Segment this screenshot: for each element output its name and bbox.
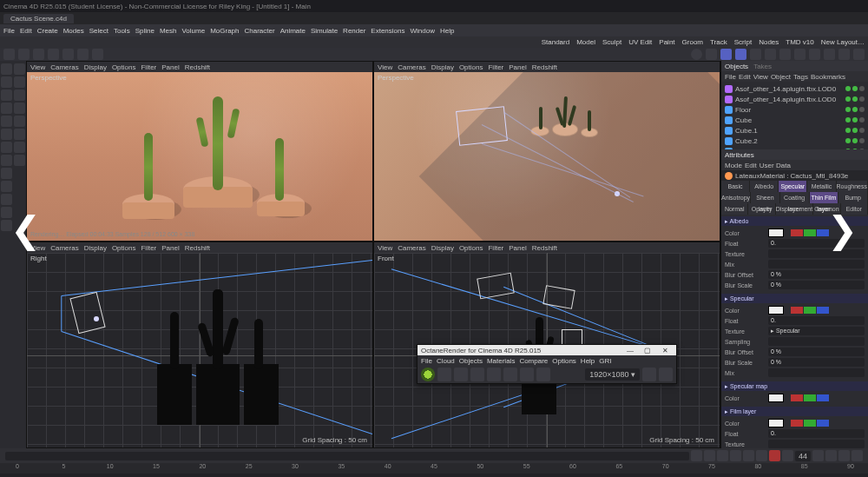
rect-select[interactable] <box>48 49 59 60</box>
obj-cmd-edit[interactable]: Edit <box>739 73 751 81</box>
attr-float[interactable]: Float0. <box>725 315 865 326</box>
vp-menu-filter[interactable]: Filter <box>488 244 503 252</box>
viewport-menu[interactable]: ViewCamerasDisplayOptionsFilterPanelReds… <box>27 62 372 72</box>
vp-menu-redshift[interactable]: Redshift <box>185 244 210 252</box>
menu-mesh[interactable]: Mesh <box>160 27 177 35</box>
octane-tool[interactable] <box>437 368 451 381</box>
octane-menu-file[interactable]: File <box>421 357 432 365</box>
attr-tab-normal[interactable]: Normal <box>721 203 748 215</box>
attr-texture[interactable]: Texture▸ Specular <box>725 326 865 336</box>
attr-mix[interactable]: Mix <box>725 368 865 378</box>
section-specular[interactable]: ▸ Specular <box>721 294 868 303</box>
menu-spline[interactable]: Spline <box>135 27 155 35</box>
vp-menu-panel[interactable]: Panel <box>509 63 526 71</box>
octane-menu-objects[interactable]: Objects <box>459 357 483 365</box>
menu-volume[interactable]: Volume <box>181 27 205 35</box>
menu-render[interactable]: Render <box>343 27 365 35</box>
rotate-tool[interactable] <box>92 49 103 60</box>
object-row[interactable]: Floor <box>721 104 868 115</box>
mode-point[interactable] <box>735 49 746 60</box>
attr-blur-scale[interactable]: Blur Scale0 % <box>725 280 865 290</box>
vp-menu-cameras[interactable]: Cameras <box>398 63 425 71</box>
palette-btn[interactable] <box>14 103 25 114</box>
octane-tool[interactable] <box>454 368 468 381</box>
viewport-menu[interactable]: ViewCamerasDisplayOptionsFilterPanelReds… <box>374 242 720 253</box>
objects-tree[interactable]: Asof_other_14.aplugin.fbx.LOD0 Asof_othe… <box>721 82 868 149</box>
key-scale[interactable] <box>825 450 837 461</box>
octane-resolution[interactable]: 1920×1080 ▾ <box>585 368 640 381</box>
vp-menu-display[interactable]: Display <box>84 63 107 71</box>
palette-btn[interactable] <box>1 194 12 205</box>
live-select[interactable] <box>33 49 44 60</box>
palette-btn[interactable] <box>1 103 12 114</box>
menu-tools[interactable]: Tools <box>114 27 130 35</box>
octane-titlebar[interactable]: OctaneRender for Cinema 4D R25.015 — ▢ ✕ <box>418 345 676 355</box>
undo-button[interactable] <box>3 49 15 60</box>
layout-paint[interactable]: Paint <box>659 38 674 46</box>
x-lock[interactable] <box>809 49 820 60</box>
move-tool[interactable] <box>62 49 74 60</box>
mode-model[interactable] <box>720 49 732 60</box>
object-row[interactable]: Asof_other_14.aplugin.fbx.LOD0 <box>721 83 868 94</box>
octane-menu-materials[interactable]: Materials <box>487 357 515 365</box>
scene-tab[interactable]: Cactus Scene.c4d <box>3 14 74 23</box>
color-swatch[interactable] <box>768 394 784 402</box>
layout-model[interactable]: Model <box>576 38 595 46</box>
attr-mix[interactable]: Mix <box>725 259 865 269</box>
palette-btn[interactable] <box>1 142 12 153</box>
menu-file[interactable]: File <box>3 27 15 35</box>
palette-btn[interactable] <box>1 155 12 166</box>
vp-menu-redshift[interactable]: Redshift <box>532 244 557 252</box>
octane-menu-compare[interactable]: Compare <box>519 357 548 365</box>
vp-menu-options[interactable]: Options <box>112 63 136 71</box>
vp-menu-cameras[interactable]: Cameras <box>398 244 425 252</box>
obj-cmd-view[interactable]: View <box>753 73 768 81</box>
viewport-bl[interactable]: ViewCamerasDisplayOptionsFilterPanelReds… <box>26 242 373 448</box>
mode-edge[interactable] <box>750 49 761 60</box>
attr-color[interactable]: Color <box>725 418 865 428</box>
takes-tab[interactable]: Takes <box>753 63 772 70</box>
play-fwd[interactable] <box>730 450 741 461</box>
attr-tab-opacity[interactable]: Opacity <box>748 203 775 215</box>
close-button[interactable]: ✕ <box>657 346 673 354</box>
prev-key[interactable] <box>704 450 715 461</box>
vp-menu-panel[interactable]: Panel <box>509 244 526 252</box>
menu-create[interactable]: Create <box>37 27 58 35</box>
object-row[interactable]: Cube.2 <box>721 136 868 146</box>
attr-tab-sheen-layer[interactable]: Sheen layer <box>751 192 780 203</box>
record-button[interactable] <box>769 450 780 461</box>
octane-tool[interactable] <box>536 368 550 381</box>
z-lock[interactable] <box>838 49 850 60</box>
maximize-button[interactable]: ▢ <box>640 346 655 354</box>
vp-menu-options[interactable]: Options <box>459 63 483 71</box>
vp-menu-filter[interactable]: Filter <box>141 63 156 71</box>
attr-tab-metallic[interactable]: Metallic <box>807 181 836 192</box>
palette-btn[interactable] <box>1 116 12 127</box>
carousel-next-icon[interactable]: ❯ <box>827 209 858 251</box>
color-swatch[interactable] <box>768 419 784 427</box>
section-film-layer[interactable]: ▸ Film layer <box>721 407 868 416</box>
palette-btn[interactable] <box>14 89 25 101</box>
octane-window[interactable]: OctaneRender for Cinema 4D R25.015 — ▢ ✕… <box>417 344 677 384</box>
attr-color[interactable]: Color <box>725 393 865 403</box>
viewport-tl[interactable]: ViewCamerasDisplayOptionsFilterPanelReds… <box>26 61 373 242</box>
layout-script[interactable]: Script <box>734 38 752 46</box>
layout-uv-edit[interactable]: UV Edit <box>628 38 652 46</box>
layout-standard[interactable]: Standard <box>542 38 569 46</box>
vp-menu-options[interactable]: Options <box>112 244 136 252</box>
octane-tool[interactable] <box>487 368 501 381</box>
palette-btn[interactable] <box>14 155 25 166</box>
menu-modes[interactable]: Modes <box>63 27 84 35</box>
vp-menu-options[interactable]: Options <box>459 244 483 252</box>
attr-tab-anisotropy[interactable]: Anisotropy <box>721 192 751 203</box>
object-row[interactable]: Asof_other_14.aplugin.fbx.LOD0 <box>721 94 868 104</box>
scale-tool[interactable] <box>77 49 89 60</box>
section-specular-map[interactable]: ▸ Specular map <box>721 381 868 391</box>
attr-cmd-mode[interactable]: Mode <box>725 162 742 169</box>
coord-sys[interactable] <box>853 49 865 60</box>
timeline-track[interactable] <box>5 452 689 460</box>
vp-menu-view[interactable]: View <box>378 63 392 71</box>
object-row[interactable]: Cube.1 <box>721 125 868 136</box>
layout-sculpt[interactable]: Sculpt <box>602 38 621 46</box>
redo-button[interactable] <box>18 49 30 60</box>
